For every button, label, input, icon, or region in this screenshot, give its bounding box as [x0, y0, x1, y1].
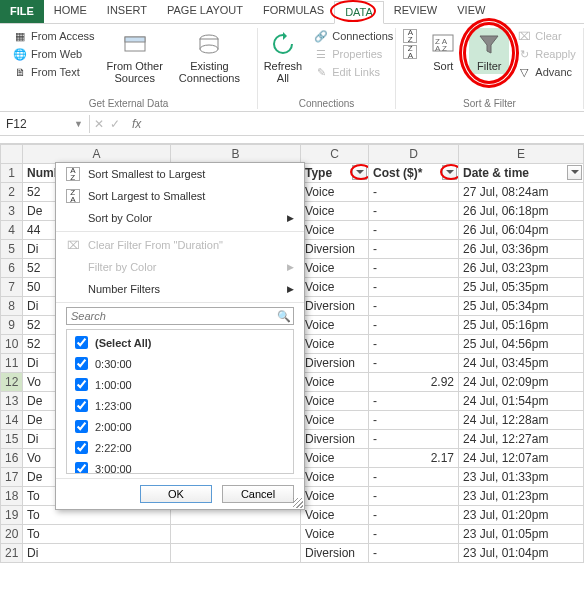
- filter-button[interactable]: Filter: [469, 28, 509, 74]
- resize-grip[interactable]: [293, 498, 303, 508]
- cell[interactable]: Voice: [301, 506, 369, 525]
- cell[interactable]: 24 Jul, 12:28am: [459, 411, 584, 430]
- row-header[interactable]: 13: [1, 392, 23, 411]
- cell[interactable]: 23 Jul, 01:23pm: [459, 487, 584, 506]
- cell[interactable]: Voice: [301, 259, 369, 278]
- filter-toggle-D[interactable]: [442, 165, 457, 180]
- cell[interactable]: -: [369, 506, 459, 525]
- row-header[interactable]: 10: [1, 335, 23, 354]
- sort-az-button[interactable]: AZ: [403, 28, 417, 44]
- cell[interactable]: Di: [23, 544, 171, 563]
- cell[interactable]: Voice: [301, 449, 369, 468]
- row-header[interactable]: 18: [1, 487, 23, 506]
- row-header[interactable]: 9: [1, 316, 23, 335]
- row-header[interactable]: 16: [1, 449, 23, 468]
- cell[interactable]: [171, 544, 301, 563]
- edit-links-button[interactable]: ✎Edit Links: [314, 64, 393, 80]
- cell[interactable]: 2.17: [369, 449, 459, 468]
- col-header-A[interactable]: A: [23, 145, 171, 164]
- from-web-button[interactable]: 🌐From Web: [13, 46, 95, 62]
- ribbon-tab-data[interactable]: DATA: [334, 1, 384, 24]
- row-header[interactable]: 20: [1, 525, 23, 544]
- row-header[interactable]: 11: [1, 354, 23, 373]
- formula-bar[interactable]: [149, 122, 584, 126]
- cell[interactable]: 26 Jul, 03:23pm: [459, 259, 584, 278]
- checkbox[interactable]: [75, 420, 88, 433]
- checkbox[interactable]: [75, 378, 88, 391]
- cell[interactable]: 24 Jul, 02:09pm: [459, 373, 584, 392]
- filter-search[interactable]: 🔍: [66, 307, 294, 325]
- clear-button[interactable]: ⌧Clear: [517, 28, 575, 44]
- cell[interactable]: 2.92: [369, 373, 459, 392]
- cell[interactable]: Voice: [301, 278, 369, 297]
- checkbox[interactable]: [75, 399, 88, 412]
- filter-check-item[interactable]: 0:30:00: [71, 353, 289, 374]
- cell[interactable]: Voice: [301, 487, 369, 506]
- reapply-button[interactable]: ↻Reapply: [517, 46, 575, 62]
- cell[interactable]: 24 Jul, 01:54pm: [459, 392, 584, 411]
- from-text-button[interactable]: 🗎From Text: [13, 64, 95, 80]
- name-box[interactable]: F12 ▼: [0, 115, 90, 133]
- table-row[interactable]: 21DiDiversion-23 Jul, 01:04pm: [1, 544, 584, 563]
- sort-button[interactable]: Z AA Z Sort: [425, 28, 461, 74]
- cell[interactable]: 27 Jul, 08:24am: [459, 183, 584, 202]
- col-header-D[interactable]: D: [369, 145, 459, 164]
- ribbon-tab-insert[interactable]: INSERT: [97, 0, 157, 23]
- filter-checklist[interactable]: (Select All) 0:30:00 1:00:00 1:23:00 2:0…: [66, 329, 294, 474]
- connections-button[interactable]: 🔗Connections: [314, 28, 393, 44]
- row-header[interactable]: 15: [1, 430, 23, 449]
- row-header[interactable]: 4: [1, 221, 23, 240]
- cell[interactable]: Diversion: [301, 240, 369, 259]
- ribbon-tab-file[interactable]: FILE: [0, 0, 44, 23]
- cell[interactable]: -: [369, 354, 459, 373]
- cell[interactable]: Voice: [301, 373, 369, 392]
- row-header[interactable]: 12: [1, 373, 23, 392]
- cell[interactable]: Diversion: [301, 544, 369, 563]
- cell[interactable]: Voice: [301, 335, 369, 354]
- cell[interactable]: -: [369, 430, 459, 449]
- checkbox[interactable]: [75, 462, 88, 474]
- ok-button[interactable]: OK: [140, 485, 212, 503]
- cell[interactable]: -: [369, 411, 459, 430]
- filter-search-input[interactable]: [67, 308, 275, 324]
- filter-check-item[interactable]: 1:23:00: [71, 395, 289, 416]
- sort-za-button[interactable]: ZA: [403, 44, 417, 60]
- search-icon[interactable]: 🔍: [275, 308, 293, 324]
- row-header[interactable]: 6: [1, 259, 23, 278]
- cell[interactable]: Voice: [301, 316, 369, 335]
- cell[interactable]: 24 Jul, 03:45pm: [459, 354, 584, 373]
- col-header-B[interactable]: B: [171, 145, 301, 164]
- cell[interactable]: 24 Jul, 12:07am: [459, 449, 584, 468]
- row-header[interactable]: 1: [1, 164, 23, 183]
- row-header[interactable]: 7: [1, 278, 23, 297]
- row-header[interactable]: 17: [1, 468, 23, 487]
- cell[interactable]: 26 Jul, 03:36pm: [459, 240, 584, 259]
- row-header[interactable]: 8: [1, 297, 23, 316]
- row-header[interactable]: 21: [1, 544, 23, 563]
- filter-check-item[interactable]: 2:22:00: [71, 437, 289, 458]
- filter-check-item[interactable]: 2:00:00: [71, 416, 289, 437]
- filter-check-item[interactable]: 1:00:00: [71, 374, 289, 395]
- col-header-E[interactable]: E: [459, 145, 584, 164]
- select-all-corner[interactable]: [1, 145, 23, 164]
- cell[interactable]: [171, 525, 301, 544]
- row-header[interactable]: 3: [1, 202, 23, 221]
- cell[interactable]: 24 Jul, 12:27am: [459, 430, 584, 449]
- sort-asc-item[interactable]: AZSort Smallest to Largest: [56, 163, 304, 185]
- cell[interactable]: -: [369, 221, 459, 240]
- cell[interactable]: -: [369, 392, 459, 411]
- cell[interactable]: 23 Jul, 01:04pm: [459, 544, 584, 563]
- ribbon-tab-view[interactable]: VIEW: [447, 0, 495, 23]
- existing-connections-button[interactable]: Existing Connections: [175, 28, 244, 86]
- row-header[interactable]: 5: [1, 240, 23, 259]
- cell[interactable]: Voice: [301, 221, 369, 240]
- sort-by-color-item[interactable]: Sort by Color▶: [56, 207, 304, 229]
- ribbon-tab-home[interactable]: HOME: [44, 0, 97, 23]
- cancel-button[interactable]: Cancel: [222, 485, 294, 503]
- filter-toggle-C[interactable]: [352, 165, 367, 180]
- advanced-button[interactable]: ▽Advanc: [517, 64, 575, 80]
- checkbox[interactable]: [75, 441, 88, 454]
- cell[interactable]: To: [23, 525, 171, 544]
- cell[interactable]: 25 Jul, 04:56pm: [459, 335, 584, 354]
- cell[interactable]: Diversion: [301, 297, 369, 316]
